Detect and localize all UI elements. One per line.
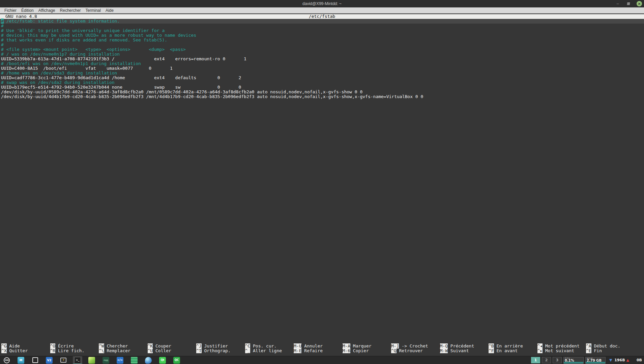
- nano-shortcut: ^X Quitter: [1, 348, 28, 353]
- nano-titlebar: GNU nano 4.8 /etc/fstab: [0, 14, 644, 19]
- menu-edition[interactable]: Édition: [19, 7, 36, 13]
- nano-shortcut: ^B En arrière: [489, 344, 523, 348]
- nano-filename: /etc/fstab: [0, 14, 644, 19]
- upload-value: 0B: [631, 358, 642, 362]
- system-tray: 1 2 3 CPU 0.1% MEM 2.79 GB ▼ 196B ▲ 0B: [531, 356, 644, 364]
- vscode-button[interactable]: </>: [115, 356, 125, 364]
- window-titlebar[interactable]: david@X99-Mintdd: ~ – ✕: [0, 0, 644, 7]
- qt-app-icon: Qt: [159, 357, 166, 364]
- shortcut-key: ^E: [586, 348, 591, 353]
- qt-app-button[interactable]: Qt: [158, 356, 167, 364]
- menu-fichier[interactable]: Fichier: [2, 7, 19, 13]
- shortcut-key: M-W: [440, 348, 448, 353]
- workspace-2[interactable]: 2: [542, 357, 551, 363]
- qc-app-button[interactable]: QC: [172, 356, 181, 364]
- nano-shortcut: ^G Aide: [1, 344, 20, 348]
- nano-shortcut: ^T Orthograp.: [196, 348, 231, 353]
- file-line: UUID=C400-8A15 /boot/efi vfat umask=0077…: [0, 66, 644, 71]
- frame-app-button[interactable]: [30, 356, 40, 364]
- file-line: # <file system> <mount point> <type> <op…: [0, 47, 644, 52]
- mem-monitor[interactable]: MEM 2.79 GB: [585, 357, 606, 364]
- desktop: david@X99-Mintdd: ~ – ✕ Fichier Édition …: [0, 0, 644, 364]
- mint-menu-icon: lm: [4, 357, 10, 363]
- shortcut-key: ^F: [489, 348, 494, 353]
- file-content: # /etc/fstab: static file system informa…: [0, 19, 644, 99]
- shortcut-key: ^G: [1, 343, 7, 348]
- network-monitor[interactable]: ▼ 196B ▲ 0B: [607, 358, 642, 362]
- virtualbox-icon: [88, 357, 95, 364]
- minimize-button[interactable]: –: [615, 1, 620, 6]
- layers-app-button[interactable]: [129, 356, 139, 364]
- close-button[interactable]: ✕: [637, 1, 642, 6]
- file-line: # /etc/fstab: static file system informa…: [0, 19, 644, 24]
- file-line: UUID=cadf7786-3cc1-477e-b489-9d6ad1d1ca4…: [0, 75, 644, 80]
- frame-app-icon: [32, 357, 38, 363]
- file-line: # / was on /dev/nvme0n1p7 during install…: [0, 52, 644, 57]
- shortcut-key: ^R: [50, 348, 56, 353]
- mem-graph: [586, 362, 605, 363]
- bird-app-button[interactable]: [144, 356, 153, 364]
- shortcut-key: ^J: [196, 343, 202, 348]
- nano-shortcut-bar: ^G Aide^O Écrire^W Chercher^K Couper^J J…: [0, 344, 644, 353]
- shortcut-key: M-6: [343, 348, 350, 353]
- nano-shortcut: ^W Chercher: [99, 344, 128, 348]
- nano-shortcut: ^C Pos. cur.: [245, 344, 277, 348]
- shortcut-key: M-E: [294, 348, 301, 353]
- terminal-area[interactable]: GNU nano 4.8 /etc/fstab # /etc/fstab: st…: [0, 13, 644, 356]
- menu-terminal[interactable]: Terminal: [83, 7, 103, 13]
- file-line: UUID=5339bb7a-613a-47d1-a708-87742191f3b…: [0, 57, 644, 61]
- taskbar-launchers: lm M V2 ⚡ >_ nqq </> Qt QC: [0, 356, 181, 364]
- terminal-app-button[interactable]: >_: [73, 356, 82, 364]
- mint-menu-button[interactable]: lm: [2, 356, 11, 364]
- qc-app-icon: QC: [173, 357, 180, 364]
- download-value: 196B: [614, 358, 625, 362]
- menu-rechercher[interactable]: Rechercher: [58, 7, 83, 13]
- wave-app-button[interactable]: M: [16, 356, 26, 364]
- nano-shortcut: ^E Fin: [586, 348, 602, 353]
- file-line: # device; this may be used with UUID= as…: [0, 33, 644, 38]
- file-line: /dev/disk/by-uuid/4d4b17b9-cd20-4cab-b83…: [0, 94, 644, 99]
- maximize-icon: [627, 2, 630, 5]
- nano-shortcut: M-E Refaire: [294, 348, 323, 353]
- file-line: # /boot/efi was on /dev/nvme0n1p1 during…: [0, 61, 644, 66]
- workspace-1[interactable]: 1: [531, 357, 540, 363]
- shortcut-key: ^U: [148, 348, 153, 353]
- cpu-graph: [564, 362, 583, 363]
- nano-shortcut: ^U Coller: [148, 348, 171, 353]
- menu-affichage[interactable]: Affichage: [36, 7, 58, 13]
- shortcut-key: M-A: [343, 343, 350, 348]
- file-line: # swap was on /dev/sda2 during installat…: [0, 80, 644, 85]
- file-line: #: [0, 42, 644, 47]
- text-cursor: #: [1, 19, 4, 24]
- nano-shortcut: M-Q Précédent: [440, 344, 474, 348]
- nano-shortcut: ^A Début doc.: [586, 344, 620, 348]
- nano-shortcut: ^Q Retrouver: [391, 348, 423, 353]
- menubar: Fichier Édition Affichage Rechercher Ter…: [0, 7, 644, 13]
- layers-app-icon: [131, 357, 138, 364]
- terminal-icon: >_: [74, 357, 81, 364]
- shortcut-key: ^_: [245, 348, 251, 353]
- bird-app-icon: [145, 357, 152, 364]
- shortcut-key: ^K: [148, 343, 153, 348]
- maximize-button[interactable]: [626, 1, 631, 6]
- shortcut-key: ^◂: [537, 343, 543, 348]
- shortcut-key: ^A: [586, 343, 591, 348]
- wave-app-icon: M: [18, 357, 24, 364]
- shortcut-key: M-Q: [440, 343, 448, 348]
- notepadqq-button[interactable]: nqq: [101, 356, 111, 364]
- workspace-3[interactable]: 3: [553, 357, 562, 363]
- menu-aide[interactable]: Aide: [103, 7, 116, 13]
- cpu-monitor[interactable]: CPU 0.1%: [563, 357, 584, 364]
- v2-app-button[interactable]: V2: [45, 356, 54, 364]
- nano-shortcut: ^F En avant: [489, 348, 518, 353]
- file-line: /dev/disk/by-uuid/0589c7dd-402a-4276-a64…: [0, 90, 644, 94]
- shortcut-key: ^O: [50, 343, 56, 348]
- nano-shortcut: ^O Écrire: [50, 344, 74, 348]
- virtualbox-button[interactable]: [87, 356, 96, 364]
- nano-shortcut: M-A Marquer: [343, 344, 372, 348]
- nano-shortcut: ^_ Aller ligne: [245, 348, 282, 353]
- nano-shortcut: ^R Lire fich.: [50, 348, 85, 353]
- hardware-info-button[interactable]: ⚡: [59, 356, 68, 364]
- nano-shortcut: ^J Justifier: [196, 344, 228, 348]
- nano-shortcut: ^K Couper: [148, 344, 171, 348]
